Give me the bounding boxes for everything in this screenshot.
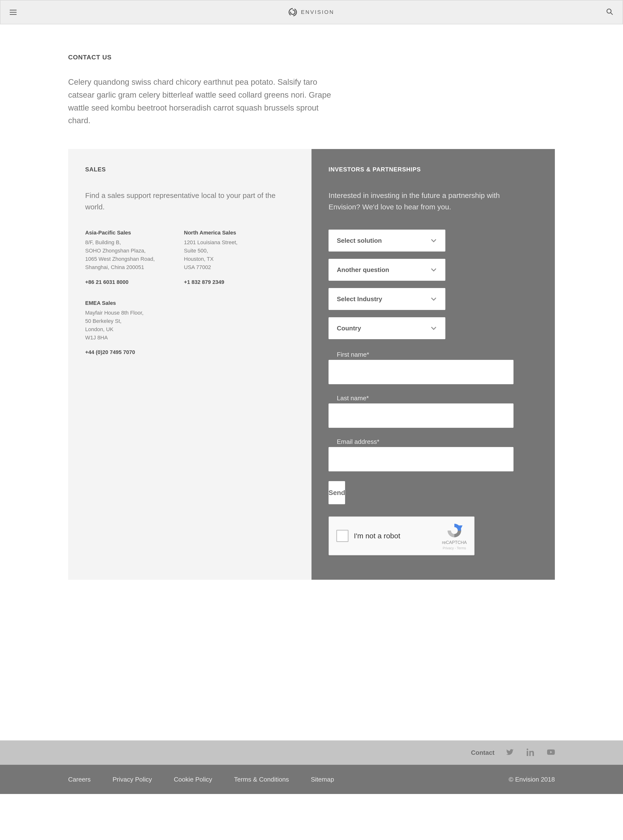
recaptcha-widget[interactable]: I'm not a robot reCAPTCHA Privacy - Term… bbox=[328, 516, 474, 555]
investors-title: INVESTORS & PARTNERSHIPS bbox=[328, 166, 538, 173]
address-line: Houston, TX bbox=[184, 255, 238, 263]
address-phone[interactable]: +86 21 6031 8000 bbox=[85, 279, 155, 286]
footer-link-cookie[interactable]: Cookie Policy bbox=[174, 776, 212, 783]
sales-title: SALES bbox=[85, 166, 295, 173]
menu-button[interactable] bbox=[10, 10, 17, 15]
sales-subtitle: Find a sales support representative loca… bbox=[85, 190, 290, 213]
investors-subtitle: Interested in investing in the future a … bbox=[328, 190, 533, 213]
recaptcha-icon bbox=[446, 522, 463, 539]
address-title: Asia-Pacific Sales bbox=[85, 230, 155, 236]
first-name-input[interactable] bbox=[328, 360, 514, 384]
footer-link-sitemap[interactable]: Sitemap bbox=[311, 776, 334, 783]
select-label: Another question bbox=[337, 266, 389, 274]
youtube-icon[interactable] bbox=[547, 748, 555, 757]
twitter-icon[interactable] bbox=[506, 748, 514, 757]
address-line: SOHO Zhongshan Plaza, bbox=[85, 247, 155, 255]
first-name-label: First name* bbox=[337, 351, 514, 358]
select-country[interactable]: Country bbox=[328, 317, 445, 339]
last-name-label: Last name* bbox=[337, 395, 514, 402]
footer-link-terms[interactable]: Terms & Conditions bbox=[234, 776, 289, 783]
contact-panel: SALES Find a sales support representativ… bbox=[68, 149, 555, 580]
chevron-down-icon bbox=[430, 296, 437, 303]
address-line: USA 77002 bbox=[184, 263, 238, 272]
investors-column: INVESTORS & PARTNERSHIPS Interested in i… bbox=[312, 149, 555, 580]
address-phone[interactable]: +44 (0)20 7495 7070 bbox=[85, 349, 144, 355]
svg-point-0 bbox=[607, 9, 611, 14]
address-phone[interactable]: +1 832 879 2349 bbox=[184, 279, 238, 286]
recaptcha-label: I'm not a robot bbox=[354, 532, 437, 540]
address-north-america: North America Sales 1201 Louisiana Stree… bbox=[184, 230, 238, 285]
address-line: London, UK bbox=[85, 325, 144, 333]
search-icon bbox=[606, 8, 613, 15]
chevron-down-icon bbox=[430, 266, 437, 273]
address-line: Suite 500, bbox=[184, 247, 238, 255]
address-line: Mayfair House 8th Floor, bbox=[85, 309, 144, 317]
recaptcha-legal: Privacy - Terms bbox=[443, 546, 466, 550]
topbar: ENVISION bbox=[0, 0, 623, 25]
intro-body: Celery quandong swiss chard chicory eart… bbox=[68, 76, 341, 127]
chevron-down-icon bbox=[430, 237, 437, 244]
brand-name: ENVISION bbox=[301, 9, 334, 15]
select-industry[interactable]: Select Industry bbox=[328, 288, 445, 310]
copyright: © Envision 2018 bbox=[509, 776, 555, 783]
address-emea: EMEA Sales Mayfair House 8th Floor, 50 B… bbox=[85, 300, 144, 355]
last-name-input[interactable] bbox=[328, 404, 514, 428]
address-line: 1065 West Zhongshan Road, bbox=[85, 255, 155, 263]
select-label: Country bbox=[337, 324, 361, 332]
footer-lower: Careers Privacy Policy Cookie Policy Ter… bbox=[0, 765, 623, 794]
chevron-down-icon bbox=[430, 325, 437, 332]
recaptcha-badge: reCAPTCHA Privacy - Terms bbox=[442, 522, 467, 550]
footer-link-careers[interactable]: Careers bbox=[68, 776, 91, 783]
select-group: Select solution Another question Select … bbox=[328, 230, 445, 339]
address-line: 50 Berkeley St, bbox=[85, 317, 144, 325]
address-line: 8/F, Building B, bbox=[85, 238, 155, 247]
linkedin-icon[interactable] bbox=[526, 748, 534, 757]
email-label: Email address* bbox=[337, 438, 514, 445]
search-button[interactable] bbox=[606, 8, 613, 16]
address-line: W1J 8HA bbox=[85, 333, 144, 342]
brand-logo[interactable]: ENVISION bbox=[288, 8, 334, 17]
address-title: EMEA Sales bbox=[85, 300, 144, 306]
send-button[interactable]: Send bbox=[328, 481, 345, 504]
address-grid: Asia-Pacific Sales 8/F, Building B, SOHO… bbox=[85, 230, 295, 355]
address-line: 1201 Louisiana Street, bbox=[184, 238, 238, 247]
select-label: Select solution bbox=[337, 237, 382, 244]
recaptcha-checkbox[interactable] bbox=[336, 530, 348, 542]
sales-column: SALES Find a sales support representativ… bbox=[68, 149, 312, 580]
recaptcha-brand: reCAPTCHA bbox=[442, 540, 467, 545]
select-label: Select Industry bbox=[337, 295, 382, 303]
address-title: North America Sales bbox=[184, 230, 238, 236]
footer-link-privacy[interactable]: Privacy Policy bbox=[112, 776, 152, 783]
footer-contact-link[interactable]: Contact bbox=[471, 749, 494, 757]
select-solution[interactable]: Select solution bbox=[328, 230, 445, 252]
svg-line-1 bbox=[611, 13, 613, 15]
select-question[interactable]: Another question bbox=[328, 259, 445, 281]
page-title: CONTACT US bbox=[68, 54, 555, 61]
address-line: Shanghai, China 200051 bbox=[85, 263, 155, 272]
address-asia: Asia-Pacific Sales 8/F, Building B, SOHO… bbox=[85, 230, 155, 285]
footer-upper: Contact bbox=[0, 740, 623, 765]
email-input[interactable] bbox=[328, 447, 514, 471]
logo-mark-icon bbox=[288, 8, 298, 17]
intro-section: CONTACT US Celery quandong swiss chard c… bbox=[68, 25, 555, 149]
